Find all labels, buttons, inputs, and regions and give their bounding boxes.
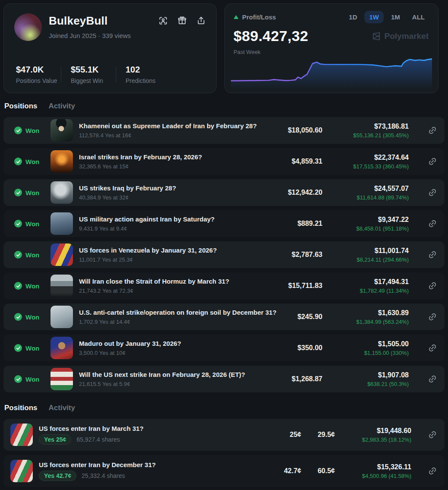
won-badge: Won [14,126,50,134]
position-pnl: $17,515.33 (360.45%) [322,163,409,170]
range-button-1w[interactable]: 1W [364,11,384,23]
check-circle-icon [14,251,22,259]
market-shares: 11,001.7 Yes at 25.3¢ [79,256,271,263]
position-current-value: $1,505.00 [322,340,409,348]
open-positions-list: US forces enter Iran by March 31? Yes 25… [0,419,448,487]
tab-activity[interactable]: Activity [49,102,75,111]
market-info: US military action against Iran by Satur… [79,215,271,232]
won-position-row[interactable]: Won Maduro out by January 31, 2026? 3,50… [3,335,445,361]
avg-price: 42.7¢ [274,467,301,475]
stat-label: Positions Value [16,77,57,84]
won-badge: Won [14,375,50,383]
market-thumbnail [50,243,73,266]
market-title[interactable]: US forces enter Iran by December 31? [39,461,274,468]
profile-stats: $47.0K Positions Value$55.1K Biggest Win… [16,65,167,84]
market-link-button[interactable] [420,467,445,475]
link-icon [426,187,439,199]
tab-positions-2[interactable]: Positions [4,404,38,412]
range-button-1m[interactable]: 1M [386,11,405,23]
position-cost: $350.00 [271,344,322,352]
market-info: US forces enter Iran by December 31? Yes… [39,461,274,481]
range-button-1d[interactable]: 1D [344,11,362,23]
won-label: Won [25,251,39,259]
position-value: $1,907.08 $638.21 (50.3%) [322,371,409,387]
market-thumbnail [50,181,73,204]
market-title[interactable]: U.S. anti-cartel strike/operation on for… [79,309,271,316]
market-link-button[interactable] [420,126,445,135]
market-title[interactable]: Maduro out by January 31, 2026? [79,340,271,347]
link-icon [426,465,439,477]
market-link-button[interactable] [420,188,445,197]
profile-name: BulkeyBull [49,14,131,28]
market-link-button[interactable] [420,344,445,352]
market-link-button[interactable] [420,313,445,321]
won-position-row[interactable]: Won US strikes Iraq by February 28? 40,3… [3,179,445,206]
won-position-row[interactable]: Won US forces in Venezuela by January 31… [3,241,445,268]
position-cost: $2,787.63 [271,251,322,259]
pnl-card: Profit/Loss 1D1W1MALL $89.427,32 Past We… [224,3,439,93]
market-title[interactable]: Israel strikes Iran by February 28, 2026… [79,153,271,161]
won-position-row[interactable]: Won U.S. anti-cartel strike/operation on… [3,303,445,330]
stat-value: 102 [126,65,167,75]
position-pnl: $2,983.35 (18.12%) [335,436,411,443]
profile-stat: $47.0K Positions Value [16,65,57,84]
market-link-button[interactable] [420,375,445,383]
market-info: US forces enter Iran by March 31? Yes 25… [39,425,274,445]
check-circle-icon [14,126,22,134]
market-link-button[interactable] [420,430,445,439]
range-selector: 1D1W1MALL [344,11,429,23]
market-thumbnail [50,150,73,173]
polymarket-watermark: Polymarket [372,32,429,41]
current-price: 29.5¢ [305,431,335,439]
market-title[interactable]: Will Iran close the Strait of Hormuz by … [79,278,271,285]
won-position-row[interactable]: Won Israel strikes Iran by February 28, … [3,148,445,175]
position-current-value: $15,326.11 [335,463,411,471]
won-position-row[interactable]: Won Will the US next strike Iran on Febr… [3,366,445,392]
market-link-button[interactable] [420,219,445,228]
position-pnl: $638.21 (50.3%) [322,381,409,387]
won-position-row[interactable]: Won US military action against Iran by S… [3,210,445,237]
won-label: Won [25,189,39,196]
market-thumbnail [50,212,73,235]
market-title[interactable]: US forces in Venezuela by January 31, 20… [79,247,271,254]
current-price: 60.5¢ [305,467,335,475]
market-shares: 3,500.0 Yes at 10¢ [79,350,271,356]
profile-card: BulkeyBull Joined Jun 2025 · 339 views [3,3,217,93]
market-link-button[interactable] [420,250,445,259]
avatar[interactable] [14,13,42,41]
position-current-value: $22,374.64 [322,154,409,161]
open-position-row[interactable]: US forces enter Iran by December 31? Yes… [3,455,445,487]
tab-activity-2[interactable]: Activity [49,404,75,412]
position-current-value: $1,907.08 [322,371,409,379]
market-shares: 112,578.4 Yes at 16¢ [79,132,271,139]
market-shares: 25,332.4 shares [82,472,125,479]
market-shares: 21,615.5 Yes at 5.9¢ [79,381,271,387]
market-title[interactable]: US military action against Iran by Satur… [79,215,271,223]
market-thumbnail [50,119,73,142]
position-value: $24,557.07 $11,614.88 (89.74%) [322,185,409,201]
market-title[interactable]: Khamenei out as Supreme Leader of Iran b… [79,122,271,130]
won-position-row[interactable]: Won Khamenei out as Supreme Leader of Ir… [3,117,445,144]
won-badge: Won [14,220,50,228]
range-button-all[interactable]: ALL [407,11,429,23]
share-icon[interactable] [196,16,206,25]
tab-positions[interactable]: Positions [4,102,38,111]
link-icon [426,249,439,261]
market-shares: 65,927.4 shares [76,436,120,443]
market-title[interactable]: US forces enter Iran by March 31? [39,425,274,432]
market-link-button[interactable] [420,281,445,290]
gift-icon[interactable] [177,16,187,25]
market-info: Khamenei out as Supreme Leader of Iran b… [79,122,271,139]
open-position-row[interactable]: US forces enter Iran by March 31? Yes 25… [3,419,445,451]
market-thumbnail [10,460,33,482]
won-position-row[interactable]: Won Will Iran close the Strait of Hormuz… [3,272,445,299]
scan-person-icon[interactable] [158,16,168,25]
market-title[interactable]: Will the US next strike Iran on February… [79,371,271,378]
position-cost: $889.21 [271,220,322,228]
position-cost: $18,050.60 [271,126,322,134]
market-link-button[interactable] [420,157,445,166]
market-title[interactable]: US strikes Iraq by February 28? [79,184,271,192]
position-current-value: $73,186.81 [322,123,409,130]
pnl-label: Profit/Loss [242,13,276,21]
won-positions-list: Won Khamenei out as Supreme Leader of Ir… [0,117,448,392]
